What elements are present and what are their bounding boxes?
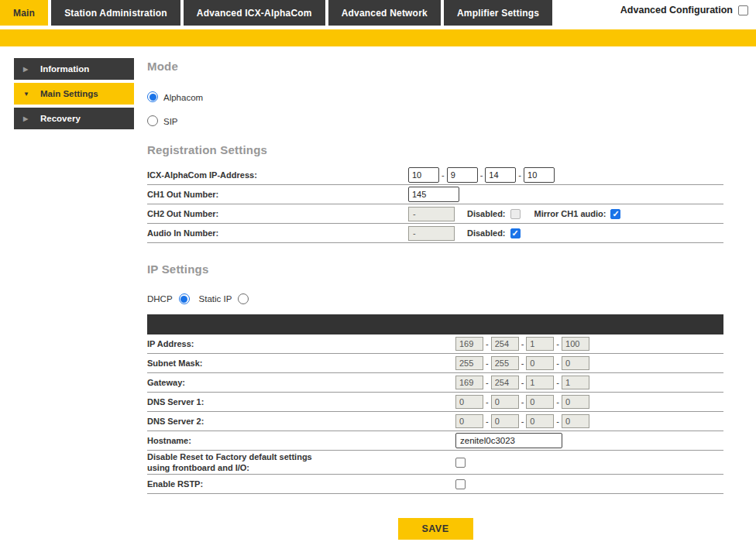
caret-down-icon: ▼ [23, 91, 31, 98]
ch2-disabled-checkbox[interactable] [510, 209, 521, 219]
subnet-mask-octet-2 [491, 356, 519, 370]
dns-server-1-row: DNS Server 1: - - - [147, 393, 723, 412]
icx-alphacom-ip-label: ICX-AlphaCom IP-Address: [147, 170, 408, 180]
ip-address-octet-4 [562, 337, 589, 351]
ip-address-row: IP Address: - - - [147, 334, 723, 354]
dns-server-2-label: DNS Server 2: [147, 416, 455, 427]
tab-bar: Main Station Administration Advanced ICX… [0, 0, 552, 26]
advanced-configuration-checkbox[interactable] [738, 5, 748, 15]
tab-main-label: Main [13, 8, 35, 19]
sidebar-item-main-settings[interactable]: ▼ Main Settings [14, 83, 134, 105]
audio-in-number-label: Audio In Number: [147, 228, 408, 238]
dns2-octet-2 [491, 414, 519, 428]
octet-separator: - [521, 358, 524, 368]
sidebar-item-label: Recovery [40, 114, 81, 123]
ip-address-octet-3 [526, 337, 554, 351]
gateway-octet-2 [491, 376, 519, 389]
mode-option-sip: SIP [147, 115, 723, 126]
dns1-octet-4 [562, 395, 589, 409]
tab-amplifier-settings[interactable]: Amplifier Settings [444, 0, 552, 26]
subnet-mask-label: Subnet Mask: [147, 358, 455, 369]
alphacom-radio[interactable] [147, 91, 158, 102]
subnet-mask-row: Subnet Mask: - - - [147, 354, 723, 373]
icx-alphacom-ip-row: ICX-AlphaCom IP-Address: - - - [147, 166, 723, 185]
octet-separator: - [556, 358, 559, 368]
disable-factory-reset-row: Disable Reset to Factory default setting… [147, 451, 723, 475]
tab-amplifier-settings-label: Amplifier Settings [457, 8, 539, 19]
icx-ip-octet-4[interactable] [524, 167, 555, 183]
sidebar-item-label: Information [40, 64, 89, 74]
octet-separator: - [486, 417, 489, 426]
enable-rstp-label: Enable RSTP: [147, 479, 455, 489]
dns1-octet-2 [491, 395, 519, 409]
tab-advanced-icx-alphacom[interactable]: Advanced ICX-AlphaCom [184, 0, 325, 26]
octet-separator: - [521, 417, 524, 426]
alphacom-radio-label: Alphacom [163, 92, 203, 102]
octet-separator: - [486, 397, 489, 406]
top-nav: Main Station Administration Advanced ICX… [0, 0, 756, 26]
brand-accent-bar [0, 29, 756, 46]
tab-station-administration[interactable]: Station Administration [51, 0, 180, 26]
disable-factory-reset-label: Disable Reset to Factory default setting… [147, 451, 455, 474]
sidebar-item-information[interactable]: ▶ Information [14, 58, 134, 80]
ip-address-label: IP Address: [147, 338, 455, 349]
ch1-out-number-input[interactable] [408, 187, 459, 202]
icx-ip-octet-3[interactable] [485, 167, 516, 183]
octet-separator: - [442, 170, 445, 180]
caret-right-icon: ▶ [23, 66, 31, 73]
hostname-input[interactable] [455, 433, 562, 448]
hostname-row: Hostname: [147, 431, 723, 451]
advanced-configuration-toggle: Advanced Configuration [620, 0, 756, 15]
tab-advanced-network-label: Advanced Network [342, 8, 428, 19]
icx-ip-octet-1[interactable] [408, 167, 439, 183]
sip-radio[interactable] [147, 115, 158, 126]
subnet-mask-octet-1 [455, 356, 483, 370]
subnet-mask-octet-4 [562, 356, 589, 370]
ip-table-header-bar [147, 314, 723, 334]
dns2-octet-1 [455, 414, 483, 428]
ch2-disabled-label: Disabled: [467, 209, 506, 218]
dns1-octet-3 [526, 395, 554, 409]
octet-separator: - [556, 339, 559, 348]
octet-separator: - [480, 170, 483, 180]
ch2-out-number-row: CH2 Out Number: Disabled: Mirror CH1 aud… [147, 204, 723, 224]
dhcp-label: DHCP [147, 294, 173, 304]
static-ip-radio[interactable] [238, 293, 249, 304]
octet-separator: - [518, 170, 521, 180]
dns-server-1-label: DNS Server 1: [147, 396, 455, 407]
sidebar-item-recovery[interactable]: ▶ Recovery [14, 108, 134, 129]
advanced-configuration-label: Advanced Configuration [620, 5, 733, 15]
ip-address-octet-2 [491, 337, 519, 351]
sip-radio-label: SIP [163, 116, 178, 126]
tab-advanced-icx-alphacom-label: Advanced ICX-AlphaCom [197, 8, 312, 19]
octet-separator: - [486, 378, 489, 387]
static-ip-label: Static IP [199, 294, 232, 304]
dns2-octet-3 [526, 414, 554, 428]
audio-in-disabled-label: Disabled: [467, 228, 506, 238]
save-button[interactable]: SAVE [398, 518, 473, 540]
gateway-octet-1 [455, 376, 483, 389]
ch1-out-number-label: CH1 Out Number: [147, 189, 408, 200]
enable-rstp-row: Enable RSTP: [147, 475, 723, 494]
octet-separator: - [556, 417, 559, 426]
icx-ip-octet-2[interactable] [447, 167, 478, 183]
dhcp-radio[interactable] [179, 293, 190, 304]
gateway-octet-3 [526, 376, 554, 389]
registration-settings-table: ICX-AlphaCom IP-Address: - - - CH1 Out N… [147, 166, 723, 243]
tab-main[interactable]: Main [0, 0, 48, 26]
disable-factory-reset-checkbox[interactable] [455, 458, 466, 468]
audio-in-disabled-checkbox[interactable] [510, 228, 521, 238]
gateway-row: Gateway: - - - [147, 373, 723, 393]
tab-station-administration-label: Station Administration [64, 8, 167, 19]
tab-advanced-network[interactable]: Advanced Network [328, 0, 441, 26]
dns-server-2-row: DNS Server 2: - - - [147, 412, 723, 431]
ip-settings-heading: IP Settings [147, 262, 723, 276]
hostname-label: Hostname: [147, 435, 455, 446]
ip-settings-table: IP Address: - - - Subnet Mask: - - - [147, 334, 723, 494]
main-content: Mode Alphacom SIP Registration Settings … [147, 58, 723, 540]
octet-separator: - [521, 339, 524, 348]
sidebar: ▶ Information ▼ Main Settings ▶ Recovery [0, 58, 147, 540]
enable-rstp-checkbox[interactable] [455, 479, 466, 489]
mirror-ch1-audio-checkbox[interactable] [610, 209, 620, 219]
sidebar-item-label: Main Settings [40, 89, 98, 98]
